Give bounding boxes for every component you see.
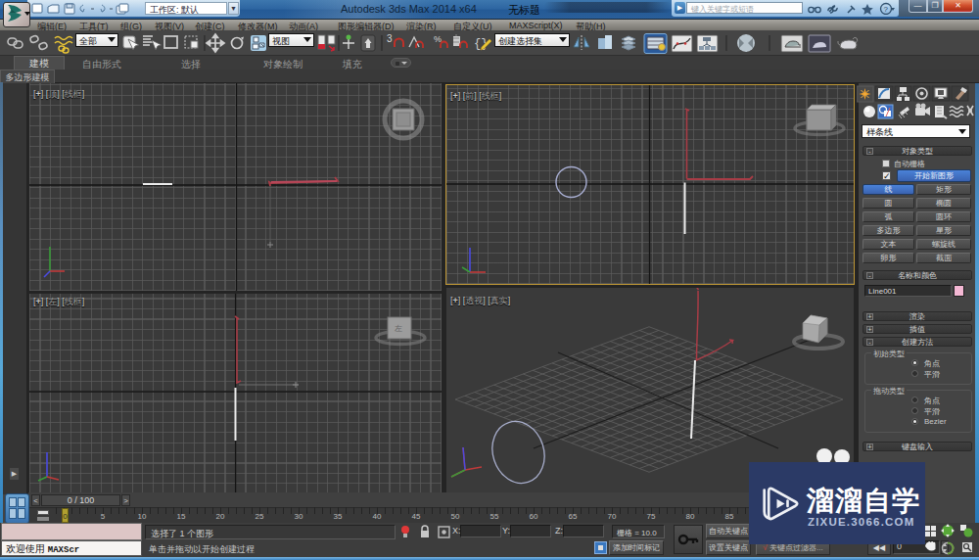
svg-text:3: 3 <box>387 33 393 44</box>
svg-text:溜溜自学: 溜溜自学 <box>806 486 920 516</box>
svg-text:ZIXUE.3066.COM: ZIXUE.3066.COM <box>808 516 914 528</box>
svg-text:%: % <box>434 34 442 44</box>
svg-text:左: 左 <box>395 324 402 333</box>
svg-text:?: ? <box>884 5 889 14</box>
